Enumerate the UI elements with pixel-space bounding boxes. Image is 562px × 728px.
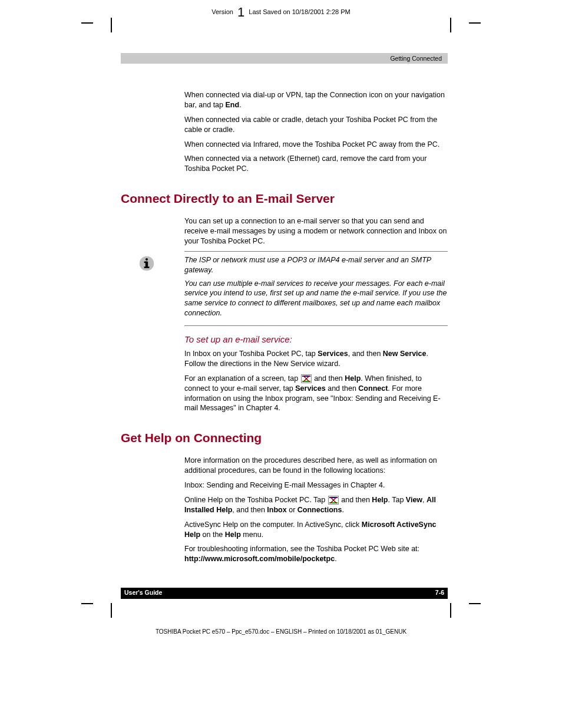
crop-mark <box>469 22 481 35</box>
body-paragraph: You can set up a connection to an e-mail… <box>184 216 448 246</box>
crop-mark <box>81 603 93 616</box>
svg-point-1 <box>146 258 148 261</box>
list-item: For troubleshooting information, see the… <box>184 544 448 564</box>
crop-mark <box>469 603 481 616</box>
separator <box>184 251 448 252</box>
list-item: Inbox: Sending and Receiving E-mail Mess… <box>184 480 448 490</box>
separator <box>184 325 448 326</box>
version-header: Version 1 Last Saved on 10/18/2001 2:28 … <box>0 5 562 20</box>
footer-right: 7-6 <box>435 589 444 596</box>
list-item: In Inbox on your Toshiba Pocket PC, tap … <box>184 349 448 369</box>
list-item: When connected via dial-up or VPN, tap t… <box>184 90 448 110</box>
body-paragraph: More information on the procedures descr… <box>184 456 448 476</box>
list-item: When connected via Infrared, move the To… <box>184 140 448 150</box>
page-footer-bar: User's Guide 7-6 <box>121 588 448 599</box>
print-footer: TOSHIBA Pocket PC e570 – Ppc_e570.doc – … <box>0 628 562 635</box>
start-flag-icon <box>301 374 312 383</box>
list-item: When connected via cable or cradle, deta… <box>184 115 448 135</box>
note-text: The ISP or network must use a POP3 or IM… <box>184 255 448 322</box>
section-header: Getting Connected <box>390 55 442 62</box>
start-flag-icon <box>328 496 339 505</box>
last-saved: Last Saved on 10/18/2001 2:28 PM <box>249 8 350 15</box>
version-label: Version <box>211 8 233 15</box>
footer-left: User's Guide <box>124 589 162 596</box>
svg-rect-3 <box>144 261 147 263</box>
heading-help: Get Help on Connecting <box>121 431 448 445</box>
svg-rect-4 <box>144 266 150 268</box>
crop-mark <box>81 22 93 35</box>
section-header-bar: Getting Connected <box>121 53 448 64</box>
list-item: When connected via a network (Ethernet) … <box>184 154 448 174</box>
list-item: ActiveSync Help on the computer. In Acti… <box>184 520 448 540</box>
heading-setup: To set up an e-mail service: <box>184 334 448 344</box>
version-number: 1 <box>237 5 244 19</box>
heading-connect: Connect Directly to an E-mail Server <box>121 192 448 206</box>
body-paragraph: For an explanation of a screen, tap and … <box>184 374 448 414</box>
info-icon <box>138 255 155 274</box>
list-item: Online Help on the Toshiba Pocket PC. Ta… <box>184 495 448 515</box>
